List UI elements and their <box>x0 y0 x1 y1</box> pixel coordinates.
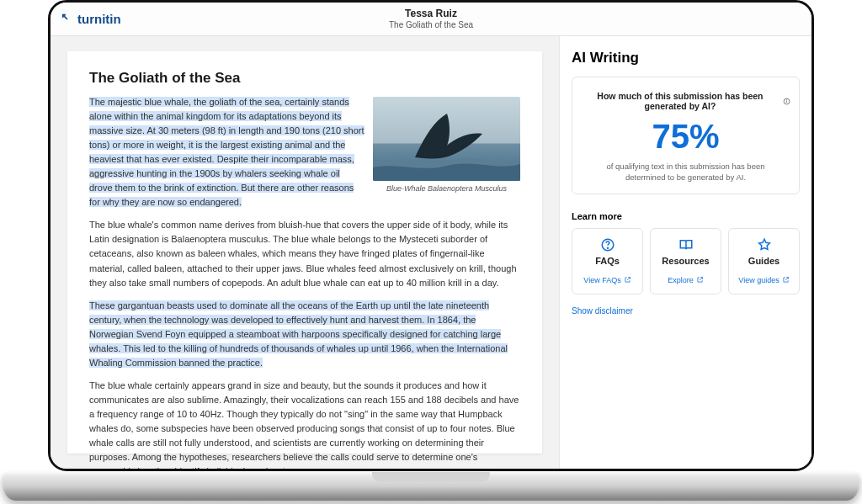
user-name: Tessa Ruiz <box>389 8 473 19</box>
ai-highlight: These gargantuan beasts used to dominate… <box>89 300 508 368</box>
learn-more-row: FAQs View FAQs Resources Explore Guides … <box>572 228 800 294</box>
external-link-icon <box>782 276 790 284</box>
ai-percentage: 75% <box>581 118 790 156</box>
ai-metric-card: How much of this submission has been gen… <box>572 77 800 194</box>
ai-highlight: The majestic blue whale, the goliath of … <box>89 97 364 207</box>
document-body: Blue-Whale Balaenoptera Musculus The maj… <box>89 95 520 469</box>
guides-card[interactable]: Guides View guides <box>728 228 800 294</box>
document-card: The Goliath of the Sea <box>67 51 542 454</box>
document-title: The Goliath of the Sea <box>89 70 520 87</box>
header-doc-title: The Goliath of the Sea <box>389 20 473 30</box>
resources-title: Resources <box>654 256 717 266</box>
show-disclaimer-link[interactable]: Show disclaimer <box>572 306 800 316</box>
paragraph-4: The blue whale certainly appears grand i… <box>89 379 520 469</box>
paragraph-3: These gargantuan beasts used to dominate… <box>89 299 520 370</box>
panel-title: AI Writing <box>572 50 800 66</box>
turnitin-logo-icon <box>61 13 74 26</box>
turnitin-logo: turnitin <box>61 12 121 26</box>
main-content: The Goliath of the Sea <box>51 36 811 469</box>
laptop-frame: turnitin Tessa Ruiz The Goliath of the S… <box>0 0 862 504</box>
figure-image <box>373 97 520 181</box>
external-link-icon <box>624 276 631 284</box>
guides-link[interactable]: View guides <box>738 276 789 284</box>
brand-text: turnitin <box>77 12 121 26</box>
faqs-link[interactable]: View FAQs <box>583 276 631 284</box>
book-open-icon <box>654 237 717 252</box>
top-bar: turnitin Tessa Ruiz The Goliath of the S… <box>51 3 811 36</box>
svg-point-4 <box>607 247 608 248</box>
metric-question: How much of this submission has been gen… <box>581 91 790 111</box>
star-icon <box>732 237 795 252</box>
paragraph-2: The blue whale's common name derives fro… <box>89 218 520 289</box>
laptop-base <box>2 472 860 501</box>
guides-title: Guides <box>732 256 795 266</box>
info-icon[interactable] <box>783 97 790 106</box>
question-circle-icon <box>576 237 639 252</box>
resources-link[interactable]: Explore <box>668 276 704 284</box>
ai-writing-panel: AI Writing How much of this submission h… <box>559 36 811 469</box>
figure-caption: Blue-Whale Balaenoptera Musculus <box>373 183 520 195</box>
whale-tail-illustration <box>373 97 520 181</box>
figure: Blue-Whale Balaenoptera Musculus <box>373 97 520 195</box>
metric-subtext: of qualifying text in this submission ha… <box>581 161 790 183</box>
laptop-screen: turnitin Tessa Ruiz The Goliath of the S… <box>48 0 814 471</box>
header-center: Tessa Ruiz The Goliath of the Sea <box>389 8 473 29</box>
external-link-icon <box>696 276 704 284</box>
learn-more-label: Learn more <box>572 211 800 221</box>
app-root: turnitin Tessa Ruiz The Goliath of the S… <box>51 3 811 469</box>
resources-card[interactable]: Resources Explore <box>650 228 721 294</box>
faqs-title: FAQs <box>576 256 639 266</box>
faqs-card[interactable]: FAQs View FAQs <box>572 228 643 294</box>
document-panel: The Goliath of the Sea <box>51 36 559 469</box>
laptop-notch <box>372 472 490 482</box>
